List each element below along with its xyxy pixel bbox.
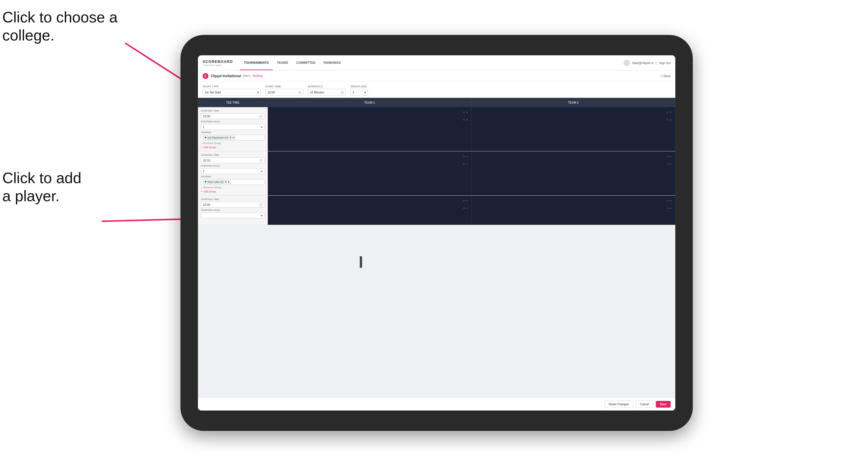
starting-hole-input-1[interactable]: 1 ▾ bbox=[201, 124, 265, 130]
group-row-1: STARTING TIME: 10:00 🕙 STARTING HOLE: 1 … bbox=[198, 107, 675, 151]
reset-changes-button[interactable]: Reset Changes bbox=[604, 401, 633, 408]
nav-tab-committee[interactable]: COMMITTEE bbox=[292, 55, 320, 70]
player-chevron-icon-3-t2-2: ▾ bbox=[670, 207, 672, 210]
col-team1: Team 1 bbox=[268, 98, 471, 107]
player-row-2-t2-2[interactable]: ✕ ▾ bbox=[473, 161, 673, 167]
save-button[interactable]: Save bbox=[656, 401, 671, 408]
player-chevron-icon-3-2: ▾ bbox=[466, 207, 468, 210]
nav-sign-out[interactable]: Sign out bbox=[659, 61, 671, 65]
nav-logo-sub: Powered by clippd bbox=[203, 64, 233, 66]
player-row-1-t2-2[interactable]: ✕ ▾ bbox=[473, 117, 673, 123]
tablet-side-button bbox=[360, 256, 362, 268]
cancel-button[interactable]: Cancel bbox=[636, 401, 653, 408]
nav-tabs: TOURNAMENTS TEAMS COMMITTEE RANKINGS bbox=[240, 55, 624, 70]
player-chevron-icon-3-t2-1: ▾ bbox=[670, 199, 672, 203]
group-row-2: STARTING TIME: 10:10 🕙 STARTING HOLE: 1 … bbox=[198, 151, 675, 196]
player-chevron-icon-1-t2-1: ▾ bbox=[670, 111, 672, 114]
starting-time-input-2[interactable]: 10:10 🕙 bbox=[201, 157, 265, 163]
start-time-select[interactable]: 10:00 🕙 bbox=[266, 89, 303, 96]
intervals-select[interactable]: 10 Minutes 🕙 bbox=[308, 89, 346, 96]
start-type-label: Start Type bbox=[203, 85, 261, 88]
player-chevron-icon-3-1: ▾ bbox=[466, 199, 468, 203]
col-team2: Team 2 bbox=[471, 98, 675, 107]
table-header: Tee Time Team 1 Team 2 bbox=[198, 98, 675, 107]
group-3-left-panel: STARTING TIME: 10:20 🕙 STARTING HOLE: ▾ bbox=[198, 196, 268, 225]
course-remove-icon-2[interactable]: ✕ bbox=[225, 181, 227, 183]
group-1-team2-panel: ✕ ▾ ✕ ▾ bbox=[471, 107, 675, 151]
add-icon-2: + bbox=[201, 190, 202, 193]
group-size-select[interactable]: 3 ▾ bbox=[350, 89, 368, 96]
player-x-icon-1-1: ✕ bbox=[463, 111, 465, 114]
player-chevron-icon-2-2: ▾ bbox=[466, 162, 468, 166]
add-group-btn-2[interactable]: + Add Group bbox=[201, 190, 265, 193]
player-row-3-t2-2[interactable]: ✕ ▾ bbox=[473, 205, 673, 211]
course-input-2[interactable]: ⚑ East Lake GC ✕ ▾ bbox=[201, 179, 265, 185]
player-row-1-2[interactable]: ✕ ▾ bbox=[270, 117, 469, 123]
player-x-icon-2-t2-2: ✕ bbox=[666, 162, 669, 166]
player-row-3-t2-1[interactable]: ✕ ▾ bbox=[473, 197, 673, 204]
course-tag-1: ⚑ (A) Peachtree GC ✕ ▾ bbox=[203, 136, 236, 140]
nav-tab-rankings[interactable]: RANKINGS bbox=[320, 55, 345, 70]
group-size-label: Group Size bbox=[350, 85, 368, 88]
intervals-group: Intervals 10 Minutes 🕙 bbox=[308, 85, 346, 96]
col-tee-time: Tee Time bbox=[198, 98, 268, 107]
add-group-btn-1[interactable]: + Add Group bbox=[201, 146, 265, 149]
player-chevron-icon-1-2: ▾ bbox=[466, 118, 468, 121]
start-type-select[interactable]: 1st Tee Start ▾ bbox=[203, 89, 261, 96]
player-row-2-t2-1[interactable]: ✕ ▾ bbox=[473, 153, 673, 160]
player-x-icon-3-2: ✕ bbox=[463, 207, 465, 210]
tablet-screen: SCOREBOARD Powered by clippd TOURNAMENTS… bbox=[198, 55, 675, 410]
nav-logo: SCOREBOARD Powered by clippd bbox=[203, 59, 233, 66]
nav-tab-teams[interactable]: TEAMS bbox=[273, 55, 292, 70]
player-row-3-1[interactable]: ✕ ▾ bbox=[270, 197, 469, 204]
tablet-shell: SCOREBOARD Powered by clippd TOURNAMENTS… bbox=[181, 35, 693, 431]
clock-icon: 🕙 bbox=[298, 91, 301, 94]
title-bar-logo-icon: C bbox=[203, 73, 209, 79]
starting-time-input-1[interactable]: 10:00 🕙 bbox=[201, 113, 265, 119]
starting-hole-input-2[interactable]: 1 ▾ bbox=[201, 168, 265, 174]
table-body: STARTING TIME: 10:00 🕙 STARTING HOLE: 1 … bbox=[198, 107, 675, 398]
nav-bar: SCOREBOARD Powered by clippd TOURNAMENTS… bbox=[198, 55, 675, 70]
course-input-1[interactable]: ⚑ (A) Peachtree GC ✕ ▾ bbox=[201, 135, 265, 141]
player-row-2-1[interactable]: ✕ ▾ bbox=[270, 153, 469, 160]
starting-time-input-3[interactable]: 10:20 🕙 bbox=[201, 202, 265, 208]
player-chevron-icon-1-t2-2: ▾ bbox=[670, 118, 672, 121]
hosting-badge: Hosting bbox=[253, 74, 262, 77]
time-icon-1: 🕙 bbox=[259, 115, 262, 118]
player-x-icon-2-t2-1: ✕ bbox=[666, 155, 669, 158]
remove-icon-1: ○ bbox=[201, 142, 202, 145]
player-chevron-icon-2-t2-1: ▾ bbox=[670, 155, 672, 158]
course-label-2: COURSE: bbox=[201, 175, 265, 178]
back-button[interactable]: < Back bbox=[661, 74, 671, 78]
hole-chevron-icon-1: ▾ bbox=[261, 125, 262, 129]
course-remove-icon-1[interactable]: ✕ bbox=[229, 136, 232, 139]
group-2-team2-panel: ✕ ▾ ✕ ▾ bbox=[471, 151, 675, 195]
group-2-team1-panel: ✕ ▾ ✕ ▾ bbox=[268, 151, 471, 195]
player-row-3-2[interactable]: ✕ ▾ bbox=[270, 205, 469, 211]
group-size-group: Group Size 3 ▾ bbox=[350, 85, 368, 96]
player-x-icon-2-2: ✕ bbox=[463, 162, 465, 166]
group-1-left-panel: STARTING TIME: 10:00 🕙 STARTING HOLE: 1 … bbox=[198, 107, 268, 151]
nav-user: blair@clippd.io | Sign out bbox=[623, 60, 671, 66]
player-row-1-t2-1[interactable]: ✕ ▾ bbox=[473, 109, 673, 115]
starting-time-label-2: STARTING TIME: bbox=[201, 154, 265, 156]
start-time-label: Start Time bbox=[266, 85, 303, 88]
remove-group-btn-2[interactable]: ○ Remove Group bbox=[201, 186, 265, 189]
starting-time-label-3: STARTING TIME: bbox=[201, 198, 265, 200]
intervals-value: 10 Minutes bbox=[310, 91, 324, 94]
remove-group-btn-1[interactable]: ○ Remove Group bbox=[201, 142, 265, 145]
player-row-1-1[interactable]: ✕ ▾ bbox=[270, 109, 469, 115]
nav-tab-tournaments[interactable]: TOURNAMENTS bbox=[240, 55, 273, 70]
starting-hole-input-3[interactable]: ▾ bbox=[201, 213, 265, 218]
start-time-group: Start Time 10:00 🕙 bbox=[266, 85, 303, 96]
player-x-icon-1-t2-1: ✕ bbox=[666, 111, 669, 114]
intervals-chevron-icon: 🕙 bbox=[340, 91, 344, 94]
player-x-icon-1-2: ✕ bbox=[463, 118, 465, 121]
settings-row: Start Type 1st Tee Start ▾ Start Time 10… bbox=[198, 82, 675, 98]
action-bar: Reset Changes Cancel Save bbox=[198, 398, 675, 410]
player-x-icon-1-t2-2: ✕ bbox=[666, 118, 669, 121]
annotation-choose-college: Click to choose acollege. bbox=[2, 8, 118, 44]
course-tag-2: ⚑ East Lake GC ✕ ▾ bbox=[203, 180, 231, 184]
player-x-icon-3-1: ✕ bbox=[463, 199, 465, 203]
player-row-2-2[interactable]: ✕ ▾ bbox=[270, 161, 469, 167]
